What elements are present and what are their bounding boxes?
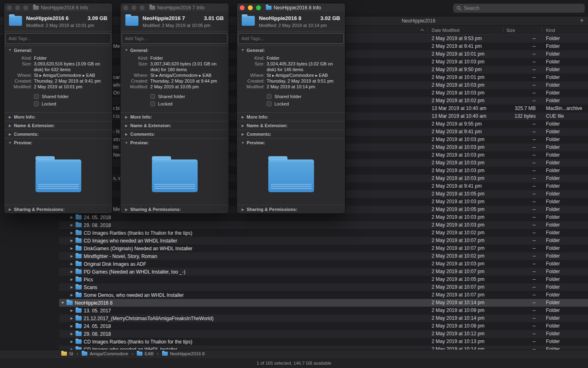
close-button[interactable]: [123, 5, 128, 10]
shared-folder-checkbox[interactable]: [267, 94, 272, 99]
close-button[interactable]: [240, 5, 245, 10]
folder-icon: [76, 215, 82, 220]
date-modified-cell: 2 May 2019 at 10:08 pm: [432, 322, 484, 330]
locked-checkbox[interactable]: [150, 101, 155, 106]
minimize-button[interactable]: [131, 5, 136, 10]
section-general[interactable]: General:: [4, 46, 112, 54]
modified-label: Modified:: [125, 84, 148, 90]
titlebar[interactable]: NeoHippie2016 8 Info: [237, 3, 345, 12]
shared-folder-checkbox[interactable]: [34, 94, 39, 99]
section-name-extension[interactable]: Name & Extension:: [4, 121, 112, 130]
search-input[interactable]: [464, 5, 581, 11]
size-cell: --: [503, 89, 536, 97]
file-row[interactable]: ▶ 24. 05. 2018 2 May 2019 at 10:08 pm --…: [0, 322, 588, 330]
section-more-info[interactable]: More Info:: [4, 112, 112, 121]
disclosure-triangle-icon[interactable]: ▶: [70, 270, 74, 274]
minimize-button[interactable]: [15, 5, 20, 10]
file-row[interactable]: ▶ 29. 08. 2018 2 May 2019 at 10:12 pm --…: [0, 330, 588, 338]
add-tags-input[interactable]: [238, 33, 344, 44]
column-header-date-modified[interactable]: Date Modified: [432, 26, 459, 35]
section-preview[interactable]: Preview:: [237, 138, 345, 147]
section-general[interactable]: General:: [120, 46, 229, 54]
disclosure-triangle-icon[interactable]: ▼: [61, 301, 65, 305]
column-header-kind[interactable]: Kind: [546, 26, 555, 35]
disclosure-triangle-icon[interactable]: ▶: [70, 316, 74, 320]
section-sharing-permissions[interactable]: Sharing & Permissions:: [4, 205, 112, 213]
disclosure-triangle-icon[interactable]: ▶: [70, 324, 74, 328]
file-row[interactable]: ▼ NeoHippie2016 8 2 May 2019 at 10:14 pm…: [0, 299, 588, 307]
section-sharing-permissions[interactable]: Sharing & Permissions:: [120, 205, 229, 213]
path-item[interactable]: NeoHippie2016 8: [162, 351, 205, 356]
section-preview[interactable]: Preview:: [120, 138, 229, 147]
path-item[interactable]: Amiga/Commodore ›: [82, 351, 133, 357]
locked-checkbox[interactable]: [267, 101, 272, 106]
disclosure-triangle-icon[interactable]: ▶: [70, 231, 74, 235]
add-tags-input[interactable]: [122, 33, 227, 44]
add-tags-input[interactable]: [5, 33, 111, 44]
section-name-extension[interactable]: Name & Extension:: [237, 121, 345, 130]
section-sharing-permissions[interactable]: Sharing & Permissions:: [237, 205, 345, 213]
section-comments[interactable]: Comments:: [120, 130, 229, 138]
file-row[interactable]: ▶ CD Images Rarities (thanks to Thalion …: [0, 229, 588, 237]
file-row[interactable]: ▶ CD Images who needed an WHDL Installer…: [0, 346, 588, 350]
file-name-cell: ▶ Pics: [59, 276, 321, 283]
locked-checkbox[interactable]: [34, 101, 39, 106]
disclosure-triangle-icon[interactable]: ▶: [70, 293, 74, 297]
size-cell: --: [503, 322, 536, 330]
date-modified-cell: 2 May 2019 at 10:03 pm: [432, 136, 484, 144]
section-name-extension[interactable]: Name & Extension:: [120, 121, 229, 130]
file-row[interactable]: ▶ Scans 2 May 2019 at 10:07 pm -- Folder: [0, 283, 588, 291]
disclosure-triangle-icon[interactable]: ▶: [70, 285, 74, 289]
section-more-info[interactable]: More Info:: [237, 112, 345, 121]
date-modified-cell: 2 May 2019 at 10:02 pm: [432, 97, 484, 105]
disclosure-triangle-icon[interactable]: ▶: [70, 332, 74, 336]
path-separator: ›: [157, 351, 158, 357]
disclosure-triangle-icon[interactable]: ▶: [70, 247, 74, 250]
section-general[interactable]: General:: [237, 46, 345, 54]
disclosure-triangle-icon[interactable]: ▶: [70, 239, 74, 242]
file-row[interactable]: ▶ CD Images who needed an WHDL Installer…: [0, 237, 588, 245]
disclosure-triangle-icon[interactable]: ▶: [70, 254, 74, 258]
file-row[interactable]: ▶ Mindfighter - Novel, Story, Roman 2 Ma…: [0, 252, 588, 260]
minimize-button[interactable]: [248, 5, 253, 10]
file-row[interactable]: ▶ Some Demos, who needed an WHDL Install…: [0, 291, 588, 299]
file-row[interactable]: ▶ Original Disk Images as ADF 2 May 2019…: [0, 260, 588, 268]
zoom-button[interactable]: [256, 5, 261, 10]
file-row[interactable]: ▶ 24. 05. 2018 2 May 2019 at 10:03 pm --…: [0, 213, 588, 221]
kind-cell: Folder: [546, 35, 560, 43]
file-row[interactable]: ▶ Pics 2 May 2019 at 10:05 pm -- Folder: [0, 276, 588, 283]
disclosure-triangle-icon[interactable]: ▶: [70, 309, 74, 312]
file-name-cell: ▶ CD Images who needed an WHDL Installer: [59, 346, 321, 350]
disclosure-triangle-icon[interactable]: ▶: [70, 215, 74, 219]
close-button[interactable]: [7, 5, 12, 10]
search-field[interactable]: [453, 4, 585, 13]
file-row[interactable]: ▶ 21.12.2017_(MerryChristmasToAllAmigaFr…: [0, 314, 588, 322]
disclosure-triangle-icon[interactable]: ▶: [70, 262, 74, 266]
disclosure-triangle-icon[interactable]: ▶: [70, 278, 74, 281]
file-name-cell: ▶ DiskGames (Originals) Needed an WHDL I…: [59, 245, 321, 252]
file-row[interactable]: ▶ 13. 05. 2017 2 May 2019 at 10:09 pm --…: [0, 307, 588, 314]
file-row[interactable]: ▶ PD Games (Needed an WHDL Installer, to…: [0, 268, 588, 276]
item-size: 3.02 GB: [321, 15, 340, 21]
size-cell: --: [503, 175, 536, 182]
file-row[interactable]: ▶ 29. 08. 2018 2 May 2019 at 10:03 pm --…: [0, 221, 588, 229]
titlebar[interactable]: NeoHippie2016 6 Info: [4, 3, 112, 12]
path-item[interactable]: St ›: [61, 351, 78, 357]
section-preview[interactable]: Preview:: [4, 138, 112, 147]
section-comments[interactable]: Comments:: [4, 130, 112, 138]
size-cell: --: [503, 346, 536, 350]
file-row[interactable]: ▶ CD Images Rarities (thanks to Thalion …: [0, 338, 588, 346]
new-tab-button[interactable]: +: [577, 16, 586, 25]
section-more-info[interactable]: More Info:: [120, 112, 229, 121]
zoom-button[interactable]: [140, 5, 145, 10]
file-row[interactable]: ▶ DiskGames (Originals) Needed an WHDL I…: [0, 245, 588, 252]
disclosure-triangle-icon[interactable]: ▶: [70, 223, 74, 227]
disclosure-triangle-icon[interactable]: ▶: [70, 340, 74, 343]
file-name-cell: ▶ Scans: [59, 283, 321, 291]
path-item[interactable]: EAB ›: [137, 351, 158, 357]
section-comments[interactable]: Comments:: [237, 130, 345, 138]
column-header-size[interactable]: Size: [506, 26, 515, 35]
zoom-button[interactable]: [23, 5, 28, 10]
titlebar[interactable]: NeoHippie2016 7 Info: [120, 3, 229, 12]
shared-folder-checkbox[interactable]: [150, 94, 155, 99]
